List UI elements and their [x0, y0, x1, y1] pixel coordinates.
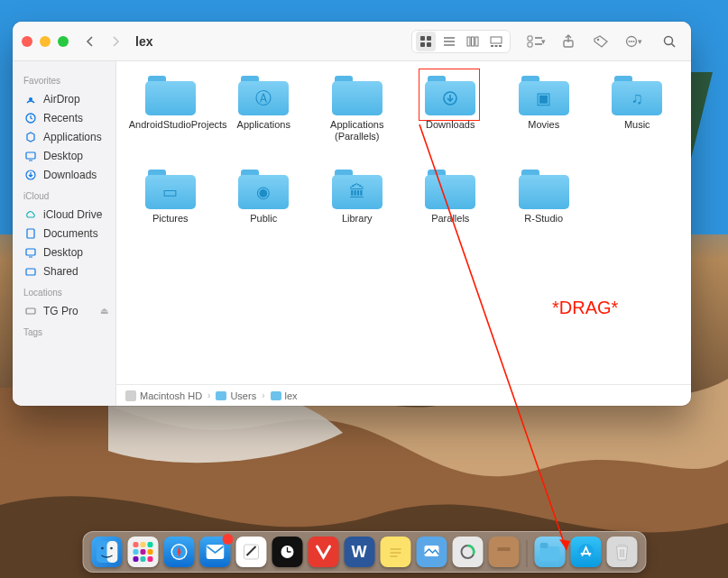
gallery-view-button[interactable]	[486, 32, 506, 51]
svg-rect-16	[528, 42, 532, 47]
svg-rect-61	[497, 547, 510, 551]
sidebar-item-desktop-icloud[interactable]: Desktop	[13, 243, 115, 261]
more-button[interactable]: ▾	[621, 30, 646, 53]
view-switcher[interactable]	[411, 30, 511, 53]
folder-icon	[332, 76, 382, 115]
eject-icon[interactable]: ⏏	[100, 306, 108, 316]
svg-rect-36	[26, 308, 35, 314]
svg-rect-62	[539, 546, 559, 561]
folder-icon: ▭	[145, 170, 196, 209]
download-icon	[23, 168, 37, 181]
sidebar-item-airdrop[interactable]: AirDrop	[13, 89, 115, 108]
sidebar-item-documents[interactable]: Documents	[13, 224, 115, 243]
svg-rect-32	[27, 229, 34, 238]
folder-applications[interactable]: Ⓐ Applications	[217, 74, 311, 164]
sidebar-item-tgpro[interactable]: TG Pro⏏	[13, 301, 115, 320]
folder-pictures[interactable]: ▭ Pictures	[124, 168, 217, 258]
chevron-right-icon: ›	[262, 390, 264, 400]
dock-app-finder[interactable]	[91, 537, 122, 567]
search-button[interactable]	[657, 30, 682, 53]
folder-r-studio[interactable]: R-Studio	[497, 168, 591, 258]
dock-trash[interactable]	[606, 537, 637, 567]
svg-rect-63	[539, 543, 548, 548]
sidebar-item-downloads[interactable]: Downloads	[13, 165, 115, 184]
folder-icon: Ⓐ	[238, 76, 289, 115]
disk-icon	[23, 304, 37, 317]
dock-app-clock[interactable]	[272, 537, 302, 567]
svg-rect-11	[491, 37, 502, 43]
folder-icon	[216, 391, 226, 400]
folder-androidstudioprojects[interactable]: AndroidStudioProjects	[124, 74, 217, 164]
sidebar-item-recents[interactable]: Recents	[13, 108, 115, 127]
folder-icon	[425, 170, 475, 209]
finder-window: lex ▾ ▾	[13, 22, 691, 406]
forward-button[interactable]	[106, 32, 124, 50]
dock-folder-downloads[interactable]	[534, 537, 565, 567]
path-segment-users[interactable]: Users	[216, 390, 256, 401]
zoom-button[interactable]	[58, 36, 69, 47]
folder-library[interactable]: 🏛 Library	[310, 168, 404, 258]
back-button[interactable]	[81, 32, 99, 50]
svg-rect-1	[420, 36, 425, 41]
svg-rect-3	[420, 42, 425, 47]
svg-point-43	[110, 547, 113, 550]
tags-button[interactable]	[588, 30, 613, 53]
path-bar[interactable]: Macintosh HD › Users › lex	[116, 384, 691, 406]
svg-rect-35	[26, 269, 35, 275]
svg-point-23	[631, 41, 632, 42]
sidebar-item-desktop[interactable]: Desktop	[13, 146, 115, 165]
column-view-button[interactable]	[463, 32, 483, 51]
dock-app-activity[interactable]	[452, 537, 483, 567]
svg-rect-13	[495, 45, 498, 47]
desktop-icon	[23, 149, 37, 162]
pictures-glyph-icon: ▭	[145, 175, 196, 209]
minimize-button[interactable]	[40, 36, 51, 47]
cloud-icon	[23, 207, 37, 221]
group-button[interactable]: ▾	[523, 30, 548, 53]
folder-downloads[interactable]: Downloads	[404, 74, 498, 164]
shared-icon	[23, 264, 37, 278]
sidebar-header-favorites: Favorites	[13, 69, 115, 89]
path-segment-macintosh-hd[interactable]: Macintosh HD	[125, 390, 202, 401]
dock-app-launchpad[interactable]	[127, 537, 158, 567]
dock-app-vivaldi[interactable]	[308, 537, 338, 567]
list-view-button[interactable]	[439, 32, 459, 51]
icon-view-button[interactable]	[416, 32, 436, 51]
svg-rect-2	[427, 36, 431, 41]
folder-applications-parallels[interactable]: Applications (Parallels)	[310, 74, 404, 164]
dock-app-preview[interactable]	[416, 537, 447, 567]
folder-icon: 🏛	[332, 170, 382, 209]
svg-point-20	[597, 38, 600, 41]
svg-point-24	[632, 41, 634, 42]
svg-rect-33	[26, 249, 35, 255]
dock-app-notes[interactable]	[380, 537, 410, 567]
svg-rect-41	[106, 541, 117, 563]
sidebar-item-applications[interactable]: Applications	[13, 127, 115, 146]
svg-rect-8	[467, 37, 470, 46]
dock-app-word[interactable]: W	[344, 537, 374, 567]
close-button[interactable]	[22, 36, 32, 47]
dock-app-textedit[interactable]	[235, 537, 266, 567]
folder-movies[interactable]: ▣ Movies	[497, 74, 591, 164]
svg-point-22	[628, 41, 630, 42]
folder-icon	[271, 391, 281, 400]
sidebar-header-icloud: iCloud	[13, 184, 115, 205]
clock-icon	[23, 111, 37, 124]
dock-app-package[interactable]	[488, 537, 519, 567]
share-button[interactable]	[556, 30, 581, 53]
svg-rect-29	[26, 152, 35, 159]
path-segment-lex[interactable]: lex	[271, 390, 298, 401]
dock-app-mail[interactable]	[199, 537, 230, 567]
folder-icon	[425, 76, 475, 115]
main-content: AndroidStudioProjects Ⓐ Applications App…	[116, 61, 691, 406]
sidebar-item-shared[interactable]: Shared	[13, 261, 115, 280]
dock-app-appstore[interactable]	[570, 537, 601, 567]
sidebar-item-icloud-drive[interactable]: iCloud Drive	[13, 205, 115, 224]
hdd-icon	[125, 390, 136, 401]
folder-parallels[interactable]: Parallels	[404, 168, 498, 258]
svg-rect-15	[528, 36, 532, 41]
folder-public[interactable]: ◉ Public	[217, 168, 311, 258]
apps-glyph-icon: Ⓐ	[238, 81, 289, 115]
folder-music[interactable]: ♫ Music	[591, 74, 685, 164]
dock-app-safari[interactable]	[163, 537, 194, 567]
